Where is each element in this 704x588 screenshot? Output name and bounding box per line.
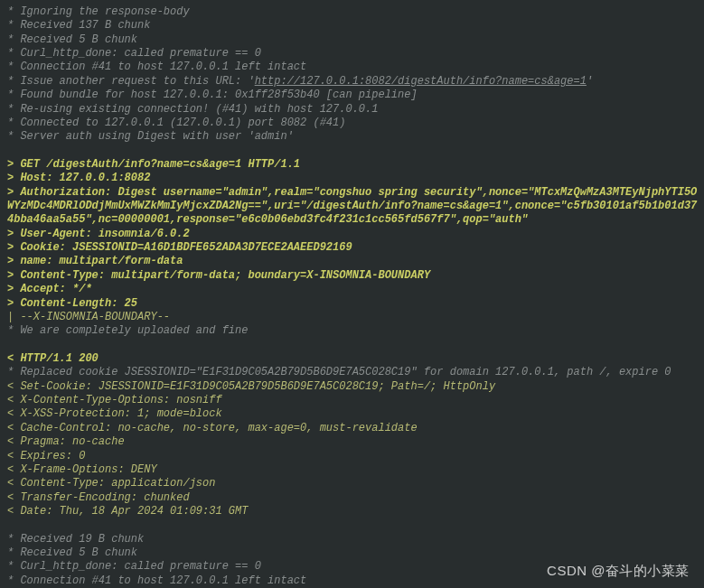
- log-line: < X-XSS-Protection: 1; mode=block: [7, 407, 699, 421]
- log-line: * Issue another request to this URL: 'ht…: [7, 75, 699, 89]
- log-line: * Curl_http_done: called premature == 0: [7, 47, 699, 61]
- log-line: | --X-INSOMNIA-BOUNDARY--: [7, 311, 699, 324]
- log-line: [7, 145, 699, 158]
- log-line: * Received 5 B chunk: [7, 33, 699, 47]
- log-line: > GET /digestAuth/info?name=cs&age=1 HTT…: [7, 158, 699, 172]
- log-line: < HTTP/1.1 200: [7, 352, 699, 366]
- log-line: * Curl_http_done: called premature == 0: [7, 560, 699, 574]
- log-line: < Expires: 0: [7, 450, 699, 463]
- log-line: > Content-Length: 25: [7, 297, 699, 311]
- log-line: * Received 19 B chunk: [7, 533, 699, 546]
- log-line: [7, 518, 699, 532]
- log-line: > Content-Type: multipart/form-data; bou…: [7, 269, 699, 283]
- log-line: * Replaced cookie JSESSIONID="E1F31D9C05…: [7, 366, 699, 379]
- log-line: * Server auth using Digest with user 'ad…: [7, 130, 699, 144]
- log-line: * Received 137 B chunk: [7, 19, 699, 33]
- log-line: > Host: 127.0.0.1:8082: [7, 172, 699, 185]
- log-line: * Connection #41 to host 127.0.0.1 left …: [7, 61, 699, 74]
- log-line: < Pragma: no-cache: [7, 435, 699, 449]
- log-line: < Cache-Control: no-cache, no-store, max…: [7, 422, 699, 435]
- log-line: > Cookie: JSESSIONID=A16D1BDFE652ADA3D7E…: [7, 241, 699, 255]
- log-line: < X-Content-Type-Options: nosniff: [7, 394, 699, 407]
- log-line: * Re-using existing connection! (#41) wi…: [7, 103, 699, 117]
- log-line: < Content-Type: application/json: [7, 477, 699, 490]
- log-line: > User-Agent: insomnia/6.0.2: [7, 228, 699, 241]
- log-line: < X-Frame-Options: DENY: [7, 463, 699, 477]
- log-line: < Transfer-Encoding: chunked: [7, 491, 699, 505]
- log-line: < Date: Thu, 18 Apr 2024 01:09:31 GMT: [7, 505, 699, 518]
- request-url[interactable]: http://127.0.0.1:8082/digestAuth/info?na…: [255, 75, 587, 88]
- log-line: * Connected to 127.0.0.1 (127.0.0.1) por…: [7, 117, 699, 130]
- log-line: > name: multipart/form-data: [7, 255, 699, 268]
- log-line: < Set-Cookie: JSESSIONID=E1F31D9C05A2B79…: [7, 380, 699, 394]
- log-line: > Authorization: Digest username="admin"…: [7, 186, 699, 228]
- log-line: [7, 339, 699, 352]
- log-line: * Received 5 B chunk: [7, 546, 699, 560]
- log-line: > Accept: */*: [7, 283, 699, 296]
- terminal-output: * Ignoring the response-body* Received 1…: [0, 0, 704, 588]
- log-line: * Connection #41 to host 127.0.0.1 left …: [7, 574, 699, 588]
- log-line: * We are completely uploaded and fine: [7, 324, 699, 338]
- log-line: * Ignoring the response-body: [7, 5, 699, 19]
- log-line: * Found bundle for host 127.0.0.1: 0x1ff…: [7, 89, 699, 102]
